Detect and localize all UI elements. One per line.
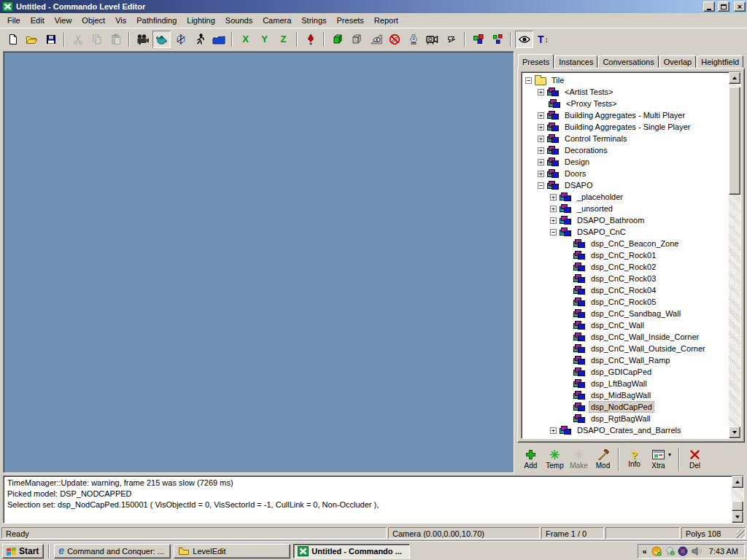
solid-cube-icon[interactable] [328,31,347,48]
menu-presets[interactable]: Presets [332,14,369,27]
waypoint-icon[interactable] [301,31,320,48]
walk-icon[interactable] [190,31,209,48]
xtra-dropdown-arrow[interactable]: ▾ [668,451,676,458]
menu-file[interactable]: File [2,14,26,27]
tree-item-label[interactable]: Decorations [563,145,609,155]
tree-scrollbar[interactable] [729,72,740,438]
tree-item-label[interactable]: <Artist Tests> [563,87,614,97]
preset-del-button[interactable]: Del [683,446,707,472]
cert-check-icon[interactable] [665,546,676,556]
tree-item-label[interactable]: dsp_GDICapPed [589,367,653,377]
camera-view-icon[interactable] [423,31,441,48]
new-icon[interactable] [4,31,22,48]
preset-temp-button[interactable]: Temp [543,446,567,472]
tree-expander-minus[interactable]: − [550,229,557,236]
tree-item-label[interactable]: Tile [550,75,565,85]
log-scroll-up-button[interactable] [732,476,743,488]
log-scroll-track[interactable] [732,488,743,501]
menu-vis[interactable]: Vis [110,14,131,27]
tree-item-label[interactable]: dsp_CnC_Wall_Ramp [589,355,671,365]
tab-instances[interactable]: Instances [554,55,597,68]
maximize-button[interactable] [718,1,729,12]
rgb-dots-icon[interactable] [488,31,506,48]
tree-expander-plus[interactable]: + [550,206,557,212]
tree-item-label[interactable]: dsp_CnC_Beacon_Zone [589,238,680,249]
tree-item-label[interactable]: DSAPO_Bathroom [576,215,646,225]
minimize-button[interactable] [703,1,715,12]
tree-item-label[interactable]: dsp_RgtBagWall [589,413,652,424]
tree-item-label[interactable]: DSAPO_Crates_and_Barrels [576,425,682,435]
taskbar-task[interactable]: eCommand and Conquer: ... [54,544,171,559]
tree-expander-plus[interactable]: + [538,124,544,131]
menu-lighting[interactable]: Lighting [182,14,220,27]
scroll-track[interactable] [729,195,740,427]
taskbar-task[interactable]: LevelEdit [174,544,290,559]
tab-conversations[interactable]: Conversations [598,55,658,68]
tree-item-label[interactable]: dsp_CnC_Wall_Inside_Corner [589,332,700,342]
axis-z-icon[interactable]: Z [274,31,293,48]
tree-item-label[interactable]: Control Terminals [563,133,628,144]
tree-expander-minus[interactable]: − [538,182,544,189]
tree-expander-plus[interactable]: + [538,89,544,96]
taskbar-task[interactable]: Untitled - Commando ... [293,544,410,559]
log-scroll-down-button[interactable] [732,511,743,523]
menu-view[interactable]: View [50,14,77,27]
tree-item-label[interactable]: dsp_CnC_Rock05 [589,297,657,307]
av-shield-icon[interactable] [678,546,689,556]
tree-item-label[interactable]: dsp_CnC_Sandbag_Wall [589,308,682,319]
text-icon[interactable]: T↕ [534,31,552,48]
teapot-icon[interactable] [152,31,171,48]
start-button[interactable]: Start [2,544,44,559]
tree-item-label[interactable]: <Proxy Tests> [565,98,619,109]
tree-item-label[interactable]: dsp_CnC_Rock04 [589,285,657,295]
menu-camera[interactable]: Camera [258,14,296,27]
scroll-up-button[interactable] [729,72,740,84]
eye-icon[interactable] [515,31,533,48]
terrain-icon[interactable] [209,31,228,48]
tab-overlap[interactable]: Overlap [659,55,697,68]
scroll-down-button[interactable] [729,427,740,438]
tree-item-label[interactable]: dsp_CnC_Rock01 [589,250,657,260]
tree-item-label[interactable]: _placeholder [576,192,624,202]
tree-item-label[interactable]: dsp_LftBagWall [589,378,649,389]
orbit-icon[interactable] [171,31,190,48]
tree-item-label[interactable]: _unsorted [576,203,614,214]
axis-y-icon[interactable]: Y [255,31,274,48]
viewport[interactable] [3,51,514,473]
preset-xtra-button[interactable]: Xtra [646,446,670,472]
tree-expander-minus[interactable]: − [525,77,532,84]
menu-strings[interactable]: Strings [296,14,331,27]
log-scroll-thumb[interactable] [732,501,743,511]
scroll-thumb[interactable] [729,87,740,195]
tree-item-label[interactable]: DSAPO [563,180,595,190]
save-icon[interactable] [42,31,60,48]
vis-camera-icon[interactable] [366,31,384,48]
tab-presets[interactable]: Presets [518,54,554,69]
tree-item-label[interactable]: dsp_CnC_Wall_Outside_Corner [589,343,707,354]
close-button[interactable]: × [734,1,746,12]
no-occluder-icon[interactable] [385,31,403,48]
menu-object[interactable]: Object [77,14,110,27]
tree-item-label[interactable]: dsp_NodCapPed [589,402,654,412]
tree-expander-plus[interactable]: + [550,217,557,224]
tree-item-label[interactable]: dsp_MidBagWall [589,390,652,400]
tree-expander-plus[interactable]: + [550,427,557,434]
tree-expander-plus[interactable]: + [538,112,544,119]
menu-pathfinding[interactable]: Pathfinding [131,14,182,27]
preset-info-button[interactable]: ?Info [622,446,646,472]
preset-mod-button[interactable]: Mod [591,446,615,472]
menu-edit[interactable]: Edit [26,14,50,27]
wire-cube-icon[interactable] [347,31,365,48]
update-check-icon[interactable] [651,546,662,556]
rgb-cubes-icon[interactable] [469,31,487,48]
tree-expander-plus[interactable]: + [538,171,544,177]
tree-item-label[interactable]: Building Aggregates - Multi Player [563,110,686,120]
axis-x-icon[interactable]: X [236,31,255,48]
menu-sounds[interactable]: Sounds [220,14,258,27]
tree-expander-plus[interactable]: + [538,159,544,166]
polygon-icon[interactable] [442,31,460,48]
menu-report[interactable]: Report [369,14,403,27]
tree-expander-plus[interactable]: + [538,136,544,142]
tab-heightfield[interactable]: Heightfield [697,55,743,68]
tree-item-label[interactable]: dsp_CnC_Rock03 [589,273,657,284]
